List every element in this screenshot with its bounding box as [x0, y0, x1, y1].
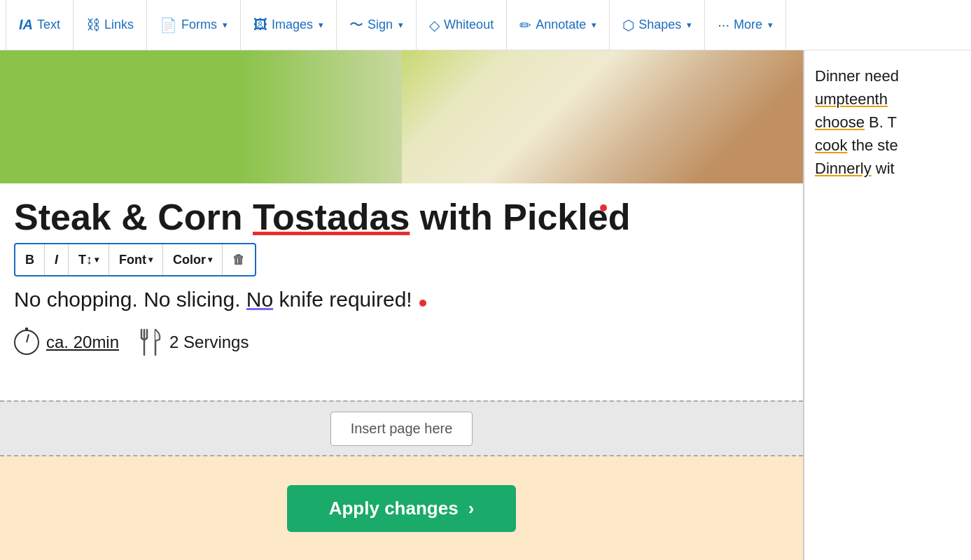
sidebar-link-cook: cook: [815, 136, 847, 154]
toolbar-btn-sign[interactable]: 〜 Sign ▾: [337, 0, 417, 50]
sidebar-line-2: umpteenth: [815, 88, 960, 111]
sidebar-line-3: choose B. T: [815, 111, 960, 134]
toolbar-btn-shapes[interactable]: ⬡ Shapes ▾: [610, 0, 705, 50]
toolbar-whiteout-label: Whiteout: [444, 18, 494, 32]
color-button[interactable]: Color ▾: [163, 244, 223, 275]
document-subtitle: No chopping. No slicing. No knife requir…: [14, 285, 789, 314]
insert-page-button[interactable]: Insert page here: [330, 412, 473, 446]
font-button[interactable]: Font ▾: [109, 244, 163, 275]
text-edit-toolbar: B I T↕ ▾ Font ▾ Color ▾ 🗑: [14, 243, 256, 276]
delete-icon: 🗑: [232, 253, 245, 267]
more-icon: ···: [718, 17, 729, 33]
toolbar: IA Text ⛓ Links 📄 Forms ▾ 🖼 Images ▾ 〜 S…: [0, 0, 971, 50]
toolbar-btn-links[interactable]: ⛓ Links: [74, 0, 147, 50]
subtitle-underlined-no: No: [246, 288, 273, 311]
toolbar-btn-whiteout[interactable]: ◇ Whiteout: [417, 0, 507, 50]
apply-footer: Apply changes ›: [0, 456, 803, 560]
timer-stem: [25, 328, 28, 331]
sign-arrow-icon: ▾: [398, 20, 403, 30]
toolbar-btn-text[interactable]: IA Text: [6, 0, 74, 50]
time-label: ca. 20min: [46, 332, 119, 352]
servings-label: 2 Servings: [169, 332, 249, 352]
sign-icon: 〜: [349, 15, 363, 34]
red-dot-subtitle: [419, 300, 426, 307]
title-underlined-word: Tostadas: [253, 197, 410, 237]
toolbar-links-label: Links: [104, 18, 134, 32]
toolbar-btn-images[interactable]: 🖼 Images ▾: [241, 0, 337, 50]
food-image: [0, 50, 803, 183]
images-icon: 🖼: [253, 17, 267, 33]
bold-button[interactable]: B: [15, 244, 45, 275]
forms-icon: 📄: [160, 17, 177, 34]
italic-button[interactable]: I: [45, 244, 69, 275]
sidebar-link-choose: choose: [815, 113, 865, 131]
toolbar-annotate-label: Annotate: [536, 18, 586, 32]
annotate-arrow-icon: ▾: [592, 20, 596, 30]
apply-chevron-icon: ›: [468, 498, 475, 519]
insert-page-label: Insert page here: [351, 421, 453, 436]
servings-info: 2 Servings: [140, 328, 249, 356]
content-area: Steak & Corn Tostadas with Pickled B I T…: [0, 50, 971, 560]
timer-hand: [26, 334, 29, 342]
size-arrow-icon: ▾: [95, 255, 99, 265]
time-info: ca. 20min: [14, 330, 119, 355]
shapes-arrow-icon: ▾: [687, 20, 692, 30]
toolbar-more-label: More: [734, 18, 762, 32]
images-arrow-icon: ▾: [319, 20, 323, 30]
toolbar-btn-forms[interactable]: 📄 Forms ▾: [147, 0, 241, 50]
links-icon: ⛓: [86, 17, 100, 33]
toolbar-text-label: Text: [37, 18, 60, 32]
delete-button[interactable]: 🗑: [223, 244, 255, 275]
red-dot-title: [600, 204, 607, 211]
forms-arrow-icon: ▾: [223, 20, 228, 30]
document-area: Steak & Corn Tostadas with Pickled B I T…: [0, 50, 803, 560]
toolbar-forms-label: Forms: [181, 18, 217, 32]
toolbar-btn-annotate[interactable]: ✏ Annotate ▾: [507, 0, 610, 50]
info-row: ca. 20min: [14, 328, 789, 356]
color-label: Color: [173, 253, 206, 267]
color-arrow-icon: ▾: [208, 255, 212, 265]
timer-icon: [14, 330, 39, 355]
document-title: Steak & Corn Tostadas with Pickled: [14, 197, 789, 237]
sidebar-line-5: Dinnerly wit: [815, 157, 960, 180]
sidebar-link-umpteenth: umpteenth: [815, 90, 888, 108]
document-content: Steak & Corn Tostadas with Pickled B I T…: [0, 183, 803, 356]
annotate-icon: ✏: [519, 17, 531, 34]
food-image-overlay: [402, 50, 804, 183]
bold-label: B: [25, 253, 34, 267]
size-icon: T↕: [78, 253, 92, 267]
shapes-icon: ⬡: [622, 17, 634, 34]
font-label: Font: [119, 253, 146, 267]
toolbar-images-label: Images: [272, 18, 313, 32]
sidebar-line-1: Dinner need: [815, 64, 960, 88]
sidebar-link-dinnerly: Dinnerly: [815, 160, 872, 177]
font-size-button[interactable]: T↕ ▾: [69, 244, 109, 275]
fork-knife-icon: [140, 328, 162, 356]
sidebar-text: Dinner need umpteenth choose B. T cook t…: [815, 64, 960, 180]
apply-changes-label: Apply changes: [329, 498, 459, 519]
font-arrow-icon: ▾: [148, 255, 153, 265]
sidebar-line-4: cook the ste: [815, 134, 960, 157]
toolbar-shapes-label: Shapes: [638, 18, 681, 32]
more-arrow-icon: ▾: [768, 20, 773, 30]
whiteout-icon: ◇: [429, 17, 440, 34]
right-sidebar: Dinner need umpteenth choose B. T cook t…: [803, 50, 971, 560]
apply-changes-button[interactable]: Apply changes ›: [287, 485, 517, 532]
ia-text-icon: IA: [19, 17, 33, 33]
toolbar-btn-more[interactable]: ··· More ▾: [705, 0, 786, 50]
insert-page-section: Insert page here: [0, 400, 803, 456]
toolbar-sign-label: Sign: [368, 18, 393, 32]
italic-label: I: [55, 253, 58, 267]
